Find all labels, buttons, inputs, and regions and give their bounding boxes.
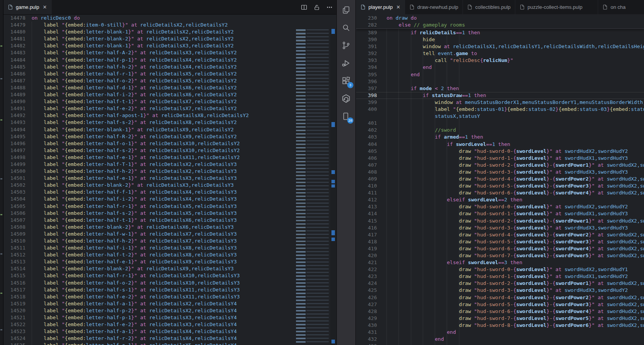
line-number: 14478: [3, 15, 25, 22]
more-actions-icon[interactable]: [326, 4, 333, 10]
code-text: label "{embed:letter-half-s-2}" at relic…: [32, 210, 237, 216]
editor-actions: [301, 0, 333, 14]
source-control-icon[interactable]: [337, 37, 355, 54]
document-icon[interactable]: 28: [337, 107, 355, 125]
code-line: 417 draw "hud-sword-4-{swordLevel}-{swor…: [356, 231, 644, 238]
code-line: 418 draw "hud-sword-5-{swordLevel}-{swor…: [356, 238, 644, 245]
tab-player-pulp[interactable]: player.pulp ✕: [356, 0, 405, 14]
code-line: 14524 label "{embed:letter-half-r-2}" at…: [3, 335, 295, 342]
line-number: 14517: [3, 286, 25, 293]
line-number: 14507: [3, 217, 25, 224]
minimap[interactable]: [295, 28, 330, 345]
code-area-right[interactable]: 389 if relicDetails==1 then390 hide391 w…: [356, 29, 644, 345]
code-text: draw "hud-sword-0-{swordLevel}" at sword…: [387, 266, 628, 272]
code-text: label "{embed:status-01}{embed:status-02…: [387, 106, 644, 112]
line-number: 14504: [3, 196, 25, 203]
line-number: 14490: [3, 98, 25, 105]
line-number: 409: [356, 176, 377, 183]
code-text: window at relicDetailsX1,relicDetailsY1,…: [387, 44, 644, 49]
code-line: 282 else // gameplay rooms: [356, 22, 644, 28]
close-icon[interactable]: ✕: [43, 5, 47, 10]
line-number: 282: [356, 22, 377, 28]
hexagon-arrow-icon[interactable]: [337, 90, 355, 107]
code-line: 391 window at relicDetailsX1,relicDetail…: [356, 43, 644, 50]
extensions-icon[interactable]: 3: [337, 72, 355, 90]
line-number: 14496: [3, 140, 25, 147]
code-line: 230on draw do: [356, 15, 644, 22]
code-line: 404 if swordLevel==1 then: [356, 141, 644, 148]
line-number: 14488: [3, 84, 25, 91]
line-number: 14493: [3, 119, 25, 126]
split-editor-icon[interactable]: [301, 4, 307, 10]
indent-guide: [32, 22, 32, 345]
code-text: draw "hud-sword-1-{swordLevel}" at sword…: [387, 273, 628, 279]
line-number: 14502: [3, 182, 25, 189]
code-text: label "{embed:letter-half-r-1}" at relic…: [32, 273, 240, 278]
code-text: hide: [387, 37, 435, 42]
tab-on-cha[interactable]: on cha: [598, 0, 644, 14]
code-line: 407 draw "hud-sword-2-{swordLevel}-{swor…: [356, 162, 644, 169]
line-number: 402: [356, 127, 377, 134]
code-text: draw "hud-sword-1-{swordLevel}" at sword…: [387, 155, 628, 161]
code-text: if statusDraw==1 then: [387, 92, 486, 98]
tab-collectibles-pulp[interactable]: collectibles.pulp: [463, 0, 515, 14]
explorer-icon[interactable]: [337, 1, 355, 19]
code-text: label "{embed:letter-half-i-1}" at relic…: [32, 245, 237, 251]
line-number: 417: [356, 231, 377, 238]
editor-right[interactable]: 230on draw do282 else // gameplay rooms …: [356, 14, 644, 345]
line-number: 14483: [3, 49, 25, 56]
tab-game-pulp[interactable]: game.pulp ✕: [3, 0, 52, 14]
scrollbar-decoration: [331, 340, 335, 343]
line-number: 429: [356, 315, 377, 322]
code-text: draw "hud-sword-8-{swordLevel}-{swordPow…: [387, 322, 644, 328]
code-text: label "{embed:letter-half-t-1}" at relic…: [32, 217, 237, 223]
line-number: 14525: [3, 342, 25, 345]
code-text: label "{embed:letter-half-R-2}" at relic…: [32, 134, 237, 139]
code-text: if swordLevel==1 then: [387, 141, 510, 147]
run-debug-icon[interactable]: [337, 54, 355, 72]
code-text: label "{embed:item-0-still}" at relicDet…: [32, 22, 228, 28]
code-area-left[interactable]: 14478on relicDesc0 do14479 label "{embed…: [3, 14, 295, 345]
scrollbar[interactable]: [330, 28, 336, 345]
code-line: 14484 label "{embed:letter-half-p-1}" at…: [3, 57, 295, 64]
close-icon[interactable]: ✕: [396, 5, 400, 10]
line-number: 14481: [3, 35, 25, 42]
code-line: 14495 label "{embed:letter-half-R-2}" at…: [3, 133, 295, 140]
code-line: 14512 label "{embed:letter-half-t-2}" at…: [3, 251, 295, 258]
line-number: 14494: [3, 126, 25, 133]
line-number: 14501: [3, 175, 25, 182]
line-number: 396: [356, 78, 377, 85]
code-text: draw "hud-sword-6-{swordLevel}-{swordPow…: [387, 246, 644, 251]
tab-draw-newhud-pulp[interactable]: draw-newhud.pulp: [405, 0, 463, 14]
code-text: if mode < 2 then: [387, 85, 459, 91]
search-icon[interactable]: [337, 19, 355, 37]
line-number: 418: [356, 238, 377, 245]
code-text: draw "hud-sword-3-{swordLevel}" at sword…: [387, 169, 628, 175]
code-text: draw "hud-sword-0-{swordLevel}" at sword…: [387, 148, 628, 154]
code-line: 432 end: [356, 336, 644, 343]
code-text: label "{embed:letter-half-i-2}" at relic…: [32, 196, 237, 202]
line-number: 431: [356, 329, 377, 336]
sticky-scroll[interactable]: 230on draw do282 else // gameplay rooms: [356, 14, 644, 29]
unlock-icon[interactable]: [314, 4, 320, 10]
code-line: 430 draw "hud-sword-8-{swordLevel}-{swor…: [356, 322, 644, 329]
editor-left[interactable]: 14478on relicDesc0 do14479 label "{embed…: [3, 14, 336, 345]
code-text: label "{embed:letter-half-h-2}" at relic…: [32, 168, 237, 174]
code-text: draw "hud-sword-3-{swordLevel}" at sword…: [387, 287, 628, 293]
code-line: 14500 label "{embed:letter-half-h-2}" at…: [3, 168, 295, 175]
code-line: 410 draw "hud-sword-5-{swordLevel}-{swor…: [356, 183, 644, 189]
line-number: 14503: [3, 189, 25, 196]
code-line: 400 label "{embed:status-01}{embed:statu…: [356, 106, 644, 113]
code-line: 14504 label "{embed:letter-half-i-2}" at…: [3, 196, 295, 203]
code-line: 14479 label "{embed:item-0-still}" at re…: [3, 22, 295, 28]
line-number: 404: [356, 141, 377, 148]
tab-puzzle-collect-items-pulp[interactable]: puzzle-collect-items.pulp: [515, 0, 598, 14]
code-line: 14493 label "{embed:letter-half-s-2}" at…: [3, 119, 295, 126]
code-text: draw "hud-sword-5-{swordLevel}-{swordPow…: [387, 301, 644, 307]
line-number: 428: [356, 308, 377, 315]
line-number: 14510: [3, 238, 25, 245]
line-number: 14500: [3, 168, 25, 175]
code-text: window at menuStatusBorderX1,menuStatusB…: [387, 99, 644, 105]
code-text: statusX,statusY: [387, 113, 480, 119]
line-number: 423: [356, 273, 377, 280]
